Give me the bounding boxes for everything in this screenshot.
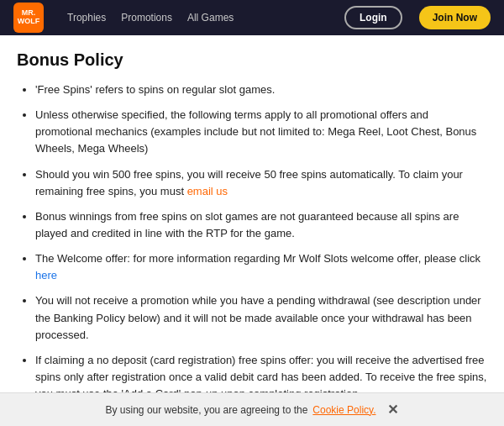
cookie-close-button[interactable]: ✕ [387,402,398,418]
header: MR. WOLF Trophies Promotions All Games L… [0,0,504,35]
logo[interactable]: MR. WOLF [13,3,44,33]
login-button[interactable]: Login [344,6,402,29]
policy-list: 'Free Spins' refers to spins on regular … [17,82,487,426]
list-item: Unless otherwise specified, the followin… [35,107,487,157]
main-content: Bonus Policy 'Free Spins' refers to spin… [0,35,504,426]
nav-trophies[interactable]: Trophies [67,12,106,24]
list-item: 'Free Spins' refers to spins on regular … [35,82,487,98]
list-item-text: The Welcome offer: for more information … [35,252,480,265]
cookie-text: By using our website, you are agreeing t… [106,404,308,416]
email-us-link[interactable]: email us [187,185,228,197]
list-item-text: Should you win 500 free spins, you will … [35,168,463,197]
logo-text-line2: WOLF [18,18,40,26]
list-item: You will not receive a promotion while y… [35,292,487,343]
list-item: The Welcome offer: for more information … [35,250,487,284]
cookie-bar: By using our website, you are agreeing t… [0,392,504,426]
here-link[interactable]: here [35,269,57,281]
logo-icon: MR. WOLF [13,3,44,33]
nav-promotions[interactable]: Promotions [121,12,172,24]
nav-all-games[interactable]: All Games [187,12,234,24]
list-item: Bonus winnings from free spins on slot g… [35,208,487,242]
join-button[interactable]: Join Now [419,6,491,29]
page-title: Bonus Policy [17,50,487,70]
cookie-policy-link[interactable]: Cookie Policy. [312,404,375,416]
list-item: Should you win 500 free spins, you will … [35,166,487,200]
main-nav: Trophies Promotions All Games [67,12,234,24]
